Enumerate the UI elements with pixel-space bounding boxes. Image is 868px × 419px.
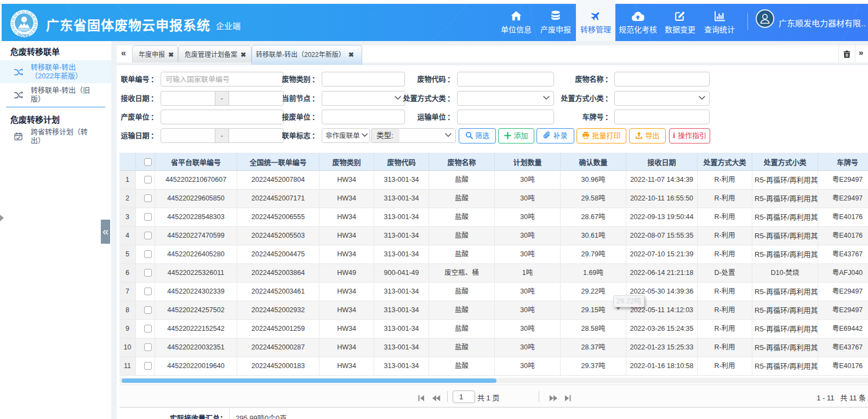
svg-text:GDEE: GDEE [18,33,30,38]
